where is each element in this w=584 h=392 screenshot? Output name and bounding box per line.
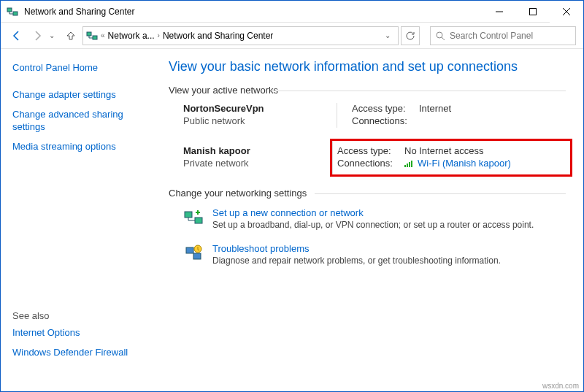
page-title: View your basic network information and … [169, 59, 566, 74]
network-row: Manish kapoorPrivate networkAccess type:… [169, 145, 566, 170]
network-row: NortonSecureVpnPublic networkAccess type… [169, 103, 566, 128]
svg-rect-8 [186, 247, 193, 253]
svg-rect-4 [93, 36, 97, 39]
access-type-value: No Internet access [404, 145, 483, 156]
titlebar: Network and Sharing Center [1, 1, 583, 23]
sidebar-link-firewall[interactable]: Windows Defender Firewall [12, 347, 150, 359]
svg-rect-2 [530, 8, 537, 15]
toolbar: ⌄ « Network a...› Network and Sharing Ce… [1, 23, 583, 49]
setting-desc: Diagnose and repair network problems, or… [212, 255, 501, 266]
network-name: NortonSecureVpn [183, 103, 337, 114]
forward-button[interactable] [28, 27, 46, 45]
access-type-label: Access type: [337, 145, 404, 156]
svg-rect-1 [13, 12, 18, 15]
connections-label: Connections: [337, 158, 404, 169]
access-type-value: Internet [419, 103, 451, 114]
network-type: Private network [183, 158, 337, 169]
network-icon [7, 6, 18, 18]
sidebar-link-media[interactable]: Media streaming options [12, 141, 150, 153]
setting-link[interactable]: Troubleshoot problems [212, 243, 309, 254]
setting-desc: Set up a broadband, dial-up, or VPN conn… [212, 220, 534, 230]
setting-item: Troubleshoot problemsDiagnose and repair… [183, 243, 566, 266]
svg-rect-0 [7, 8, 12, 12]
minimize-button[interactable] [483, 1, 516, 23]
watermark: wsxdn.com [542, 382, 579, 390]
network-icon [86, 30, 98, 42]
up-button[interactable] [62, 27, 80, 45]
svg-rect-9 [193, 253, 201, 259]
wifi-signal-icon [404, 160, 415, 167]
sidebar-link-advanced[interactable]: Change advanced sharing settings [12, 109, 150, 134]
chevron-right-icon: › [158, 31, 160, 39]
sidebar-link-internet-options[interactable]: Internet Options [12, 327, 150, 339]
search-input[interactable] [450, 31, 571, 41]
control-panel-home-link[interactable]: Control Panel Home [12, 62, 150, 74]
svg-point-5 [437, 32, 442, 38]
change-settings-label: Change your networking settings [169, 188, 566, 199]
active-networks-label: View your active networks [169, 85, 566, 96]
svg-rect-3 [87, 32, 91, 36]
connections-label: Connections: [352, 115, 419, 126]
sidebar-link-adapter[interactable]: Change adapter settings [12, 89, 150, 101]
access-type-label: Access type: [352, 103, 419, 114]
network-name: Manish kapoor [183, 145, 337, 156]
connection-link[interactable]: Wi-Fi (Manish kapoor) [418, 158, 511, 169]
close-button[interactable] [550, 1, 583, 23]
refresh-button[interactable] [401, 26, 420, 45]
search-box[interactable] [430, 26, 576, 45]
setting-link[interactable]: Set up a new connection or network [212, 207, 364, 218]
chevron-left-icon: « [101, 31, 105, 39]
breadcrumb-seg2[interactable]: Network and Sharing Center [163, 31, 273, 41]
maximize-button[interactable] [516, 1, 550, 23]
svg-rect-6 [185, 212, 192, 218]
see-also-heading: See also [12, 310, 150, 321]
svg-rect-7 [195, 218, 202, 223]
main-panel: View your basic network information and … [161, 49, 583, 380]
search-icon [435, 31, 445, 41]
address-bar[interactable]: « Network a...› Network and Sharing Cent… [82, 26, 399, 45]
new-connection-icon [183, 207, 204, 228]
address-dropdown[interactable]: ⌄ [380, 31, 395, 39]
back-button[interactable] [8, 27, 26, 45]
window-title: Network and Sharing Center [24, 7, 483, 17]
network-type: Public network [183, 115, 337, 126]
history-dropdown[interactable]: ⌄ [49, 31, 59, 39]
sidebar: Control Panel Home Change adapter settin… [1, 49, 161, 380]
setting-item: Set up a new connection or networkSet up… [183, 207, 566, 230]
troubleshoot-icon [183, 243, 204, 264]
breadcrumb-seg1[interactable]: Network a...› [108, 31, 160, 41]
